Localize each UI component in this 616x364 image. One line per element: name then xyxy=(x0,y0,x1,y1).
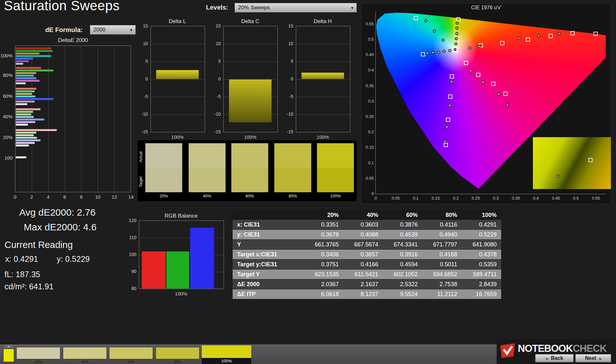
deltae-bar xyxy=(16,111,33,113)
table-cell: 0.3876 xyxy=(383,220,422,230)
axis-tick-label: 14 xyxy=(128,194,134,200)
deltae-bar-group xyxy=(16,67,130,84)
table-row: Target x:CIE310.34060.36570.39160.41680.… xyxy=(233,250,501,260)
cie-target-square xyxy=(414,16,418,20)
table-cell: 6.0618 xyxy=(304,289,343,299)
axis-tick-label: 0.05 xyxy=(392,196,400,201)
axis-tick-label: 15 xyxy=(136,23,148,29)
delta-h-ylabels: 151050-5-10-15 xyxy=(282,26,295,132)
deltae-bar xyxy=(16,90,35,92)
deltae-bar-group xyxy=(16,108,130,126)
table-row-label: x: CIE31 xyxy=(233,220,304,230)
axis-tick-label: 0 xyxy=(281,76,293,81)
axis-tick-label: 15 xyxy=(209,23,221,29)
table-row-label: Y xyxy=(233,240,304,250)
swatch-label: 80% xyxy=(274,194,311,198)
saturation-patch-60%[interactable] xyxy=(109,347,153,359)
delta-h-xlabel: 100% xyxy=(296,134,350,140)
deltae-row-label: 40% xyxy=(3,114,13,119)
table-cell: 2.0367 xyxy=(304,279,343,289)
table-cell: 674.3341 xyxy=(383,240,422,250)
current-fl: fL: 187.35 xyxy=(4,270,40,279)
axis-tick-label: 10 xyxy=(209,41,221,46)
de-formula-dropdown[interactable]: 2000 ▼ xyxy=(90,25,136,35)
table-cell: 2.1637 xyxy=(343,279,383,289)
target-swatch xyxy=(145,168,182,192)
saturation-patch-80%[interactable] xyxy=(156,347,200,359)
brand-part1: NOTEBOOK xyxy=(518,343,573,354)
deltae-bar xyxy=(16,67,41,69)
avg-de2000: Avg dE2000: 2.76 xyxy=(19,207,96,218)
measurement-table-head: 20%40%60%80%100% xyxy=(233,210,501,220)
back-button[interactable]: « Back xyxy=(535,354,574,362)
delta-c-title: Delta C xyxy=(223,18,277,25)
deltae-bar xyxy=(16,47,51,49)
measurement-table-body: x: CIE310.33510.36030.38760.41160.4291y:… xyxy=(233,220,501,299)
deltae-bar xyxy=(16,77,36,79)
back-button-label: Back xyxy=(551,355,563,361)
axis-tick-label: 6 xyxy=(64,194,66,200)
brand-part2: CHECK xyxy=(573,343,606,354)
axis-tick-label: 90 xyxy=(124,269,136,274)
delta-h-plot xyxy=(296,26,350,132)
table-cell: 594.6852 xyxy=(422,269,462,279)
deltae-bar xyxy=(16,121,35,123)
axis-tick-label: -5 xyxy=(281,94,293,99)
cie-target-square xyxy=(588,158,593,162)
axis-tick-label: 0 xyxy=(14,194,16,200)
saturation-patch-20%[interactable] xyxy=(16,347,60,359)
axis-tick-label: 2 xyxy=(30,194,33,200)
axis-tick-label: 10 xyxy=(136,41,148,46)
table-row: x: CIE310.33510.36030.38760.41160.4291 xyxy=(233,220,501,230)
axis-tick-label: -15 xyxy=(281,129,293,134)
deltae-bar xyxy=(16,88,36,90)
axis-tick-label: 0.25 xyxy=(361,114,374,119)
deltae-bar-group xyxy=(16,129,130,146)
next-button[interactable]: Next » xyxy=(575,354,611,362)
delta-l-bar xyxy=(156,70,199,79)
axis-tick-label: 15 xyxy=(281,23,293,29)
deltae-xticks: 02468101214 xyxy=(15,194,131,201)
actual-swatch xyxy=(317,143,354,168)
table-cell: 16.7659 xyxy=(462,289,501,299)
levels-label: Levels: xyxy=(206,4,228,11)
cie-target-square xyxy=(476,73,480,77)
deltae-bar xyxy=(16,55,51,57)
table-cell: 2.8439 xyxy=(462,279,501,289)
rgb-plot xyxy=(139,220,224,289)
deltae-chart-title: DeltaE 2000 xyxy=(15,37,131,44)
gridline xyxy=(296,79,350,79)
table-row: y: CIE310.36780.40880.45390.49400.5229 xyxy=(233,230,501,240)
deltae-row-label: 20% xyxy=(3,135,13,140)
green-bar xyxy=(166,251,189,289)
axis-tick-label: -10 xyxy=(136,112,148,117)
swatch-label: 100% xyxy=(317,194,354,198)
gridline xyxy=(224,44,278,44)
saturation-patch-40%[interactable] xyxy=(63,347,107,359)
deltae-bar xyxy=(16,129,57,131)
chevrons-left-icon: « xyxy=(546,356,548,361)
target-swatch xyxy=(317,168,354,192)
table-cell: 0.5011 xyxy=(422,260,462,269)
deltae-bar xyxy=(16,70,53,71)
table-cell: 0.4291 xyxy=(462,220,501,230)
table-cell: 602.1052 xyxy=(383,269,422,279)
axis-tick-label: 0.55 xyxy=(592,196,600,201)
axis-tick-label: -10 xyxy=(209,112,221,117)
actual-swatch xyxy=(274,143,311,168)
table-cell: 2.7538 xyxy=(422,279,462,289)
table-row: Y661.3765667.5674674.3341671.7797641.908… xyxy=(233,240,501,250)
table-cell: 0.5229 xyxy=(462,230,501,240)
table-row: ΔE ITP6.06188.12379.552411.211216.7659 xyxy=(233,289,501,299)
saturation-patch-100%[interactable] xyxy=(202,345,251,358)
axis-tick-label: 12 xyxy=(112,194,117,200)
levels-dropdown-value: 20% Sweeps xyxy=(238,4,270,11)
levels-dropdown[interactable]: 20% Sweeps ▼ xyxy=(235,3,357,12)
cie-measured-circle xyxy=(445,125,449,128)
axis-tick-label: 0.4 xyxy=(533,196,539,201)
axis-tick-label: 0.2 xyxy=(453,196,459,201)
table-cell: 0.4168 xyxy=(422,250,462,260)
deltae-bar xyxy=(16,72,36,74)
deltae-bar xyxy=(16,119,44,120)
axis-tick-label: 0.5 xyxy=(361,37,374,42)
